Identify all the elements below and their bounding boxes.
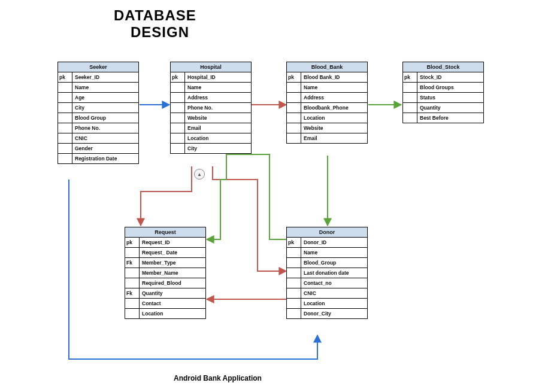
- entity-seeker: Seeker pkSeeker_ID Name Age City Blood G…: [57, 62, 139, 164]
- title-line2: DESIGN: [131, 24, 196, 41]
- edge-donor-request-top: [207, 154, 286, 239]
- entity-blood-bank: Blood_Bank pkBlood Bank_ID Name Address …: [286, 62, 368, 144]
- collapse-icon[interactable]: ▲: [194, 169, 205, 180]
- edge-hospital-request: [141, 166, 192, 226]
- entity-request: Request pkRequest_ID Request_ Date FkMem…: [125, 227, 206, 319]
- entity-blood-bank-header: Blood_Bank: [287, 62, 367, 72]
- connectors-layer: [0, 0, 542, 392]
- footer-label: Android Bank Application: [174, 374, 262, 382]
- entity-donor-header: Donor: [287, 227, 367, 238]
- entity-seeker-header: Seeker: [58, 62, 138, 72]
- entity-blood-stock: Blood_Stock pkStock_ID Blood Groups Stat…: [402, 62, 484, 123]
- entity-hospital: Hospital pkHospital_ID Name Address Phon…: [170, 62, 252, 154]
- page-title: DATABASE DESIGN: [114, 7, 196, 40]
- entity-blood-stock-header: Blood_Stock: [403, 62, 483, 72]
- entity-hospital-header: Hospital: [171, 62, 251, 72]
- entity-donor: Donor pkDonor_ID Name Blood_Group Last d…: [286, 227, 368, 319]
- title-line1: DATABASE: [114, 7, 196, 24]
- edge-hospital-donor: [213, 166, 286, 271]
- entity-request-header: Request: [125, 227, 205, 238]
